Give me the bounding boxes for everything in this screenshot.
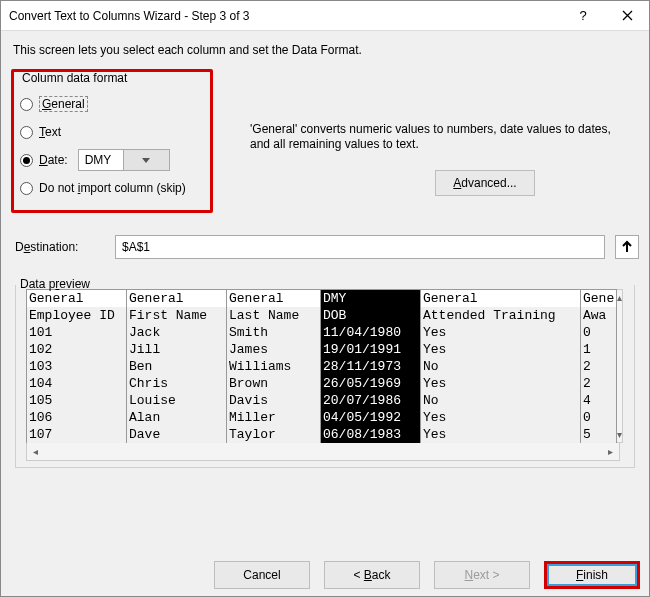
- grid-cell: Chris: [127, 375, 227, 392]
- grid-cell: First Name: [127, 307, 227, 324]
- grid-cell: Louise: [127, 392, 227, 409]
- radio-general[interactable]: General: [20, 90, 204, 118]
- data-preview-group: Data preview GeneralGeneralGeneralDMYGen…: [15, 285, 635, 468]
- grid-cell: Jack: [127, 324, 227, 341]
- grid-cell: Last Name: [227, 307, 321, 324]
- grid-cell: DOB: [321, 307, 421, 324]
- grid-cell: Taylor: [227, 426, 321, 443]
- grid-cell: 102: [27, 341, 127, 358]
- scroll-right-icon[interactable]: ▸: [608, 446, 613, 457]
- date-format-combo[interactable]: DMY: [78, 149, 170, 171]
- grid-cell: 04/05/1992: [321, 409, 421, 426]
- grid-cell: 104: [27, 375, 127, 392]
- grid-cell: Alan: [127, 409, 227, 426]
- grid-cell: 4: [581, 392, 617, 409]
- grid-cell: 5: [581, 426, 617, 443]
- radio-text-label: Text: [39, 125, 61, 139]
- grid-cell: General: [421, 290, 581, 307]
- intro-text: This screen lets you select each column …: [13, 43, 639, 57]
- preview-grid[interactable]: GeneralGeneralGeneralDMYGeneralGeneEmplo…: [26, 289, 617, 443]
- grid-cell: 06/08/1983: [321, 426, 421, 443]
- destination-row: Destination: $A$1: [15, 235, 639, 259]
- grid-cell: Jill: [127, 341, 227, 358]
- grid-cell: Yes: [421, 409, 581, 426]
- horizontal-scrollbar[interactable]: ◂ ▸: [26, 443, 620, 461]
- radio-date-label: Date:: [39, 153, 68, 167]
- grid-cell: 2: [581, 375, 617, 392]
- grid-cell: Miller: [227, 409, 321, 426]
- column-data-format-group: Column data format General Text Date: DM…: [11, 69, 213, 213]
- scroll-down-icon[interactable]: ▾: [617, 427, 622, 442]
- radio-icon: [20, 182, 33, 195]
- format-description: 'General' converts numeric values to num…: [250, 122, 630, 152]
- grid-cell: Employee ID: [27, 307, 127, 324]
- grid-cell: Dave: [127, 426, 227, 443]
- wizard-footer: Cancel < Back Next > Finish: [214, 561, 640, 589]
- grid-cell: Smith: [227, 324, 321, 341]
- scroll-up-icon[interactable]: ▴: [617, 290, 622, 305]
- vertical-scrollbar[interactable]: ▴ ▾: [617, 289, 623, 443]
- grid-cell: Yes: [421, 341, 581, 358]
- window-title: Convert Text to Columns Wizard - Step 3 …: [9, 9, 561, 23]
- radio-general-label: General: [39, 96, 88, 112]
- finish-button[interactable]: Finish: [544, 561, 640, 589]
- grid-cell: No: [421, 392, 581, 409]
- next-button: Next >: [434, 561, 530, 589]
- close-button[interactable]: [605, 1, 649, 31]
- help-button[interactable]: ?: [561, 1, 605, 31]
- titlebar: Convert Text to Columns Wizard - Step 3 …: [1, 1, 649, 31]
- grid-cell: 105: [27, 392, 127, 409]
- grid-cell: 19/01/1991: [321, 341, 421, 358]
- grid-cell: 101: [27, 324, 127, 341]
- radio-skip-label: Do not import column (skip): [39, 181, 186, 195]
- grid-cell: 2: [581, 358, 617, 375]
- format-legend: Column data format: [20, 71, 129, 85]
- grid-cell: General: [127, 290, 227, 307]
- grid-cell: 107: [27, 426, 127, 443]
- range-picker-button[interactable]: [615, 235, 639, 259]
- grid-cell: 11/04/1980: [321, 324, 421, 341]
- grid-cell: 0: [581, 409, 617, 426]
- grid-cell: 20/07/1986: [321, 392, 421, 409]
- grid-cell: Gene: [581, 290, 617, 307]
- chevron-down-icon[interactable]: [123, 150, 169, 170]
- grid-cell: 103: [27, 358, 127, 375]
- grid-cell: 1: [581, 341, 617, 358]
- grid-cell: General: [227, 290, 321, 307]
- grid-cell: Davis: [227, 392, 321, 409]
- grid-cell: 26/05/1969: [321, 375, 421, 392]
- grid-cell: Yes: [421, 375, 581, 392]
- grid-cell: Ben: [127, 358, 227, 375]
- destination-input[interactable]: $A$1: [115, 235, 605, 259]
- radio-icon: [20, 154, 33, 167]
- grid-cell: 106: [27, 409, 127, 426]
- grid-cell: Awa: [581, 307, 617, 324]
- advanced-button[interactable]: Advanced...: [435, 170, 535, 196]
- destination-label: Destination:: [15, 240, 105, 254]
- grid-cell: No: [421, 358, 581, 375]
- radio-skip[interactable]: Do not import column (skip): [20, 174, 204, 202]
- date-format-value: DMY: [79, 153, 124, 167]
- grid-cell: Yes: [421, 324, 581, 341]
- radio-text[interactable]: Text: [20, 118, 204, 146]
- cancel-button[interactable]: Cancel: [214, 561, 310, 589]
- grid-cell: 0: [581, 324, 617, 341]
- scroll-left-icon[interactable]: ◂: [33, 446, 38, 457]
- grid-cell: Williams: [227, 358, 321, 375]
- radio-date[interactable]: Date: DMY: [20, 146, 204, 174]
- grid-cell: 28/11/1973: [321, 358, 421, 375]
- grid-cell: Attended Training: [421, 307, 581, 324]
- collapse-icon: [621, 240, 633, 254]
- radio-icon: [20, 126, 33, 139]
- radio-icon: [20, 98, 33, 111]
- close-icon: [622, 10, 633, 21]
- grid-cell: Yes: [421, 426, 581, 443]
- grid-cell: General: [27, 290, 127, 307]
- grid-cell: James: [227, 341, 321, 358]
- back-button[interactable]: < Back: [324, 561, 420, 589]
- grid-cell: DMY: [321, 290, 421, 307]
- preview-legend: Data preview: [16, 277, 94, 291]
- grid-cell: Brown: [227, 375, 321, 392]
